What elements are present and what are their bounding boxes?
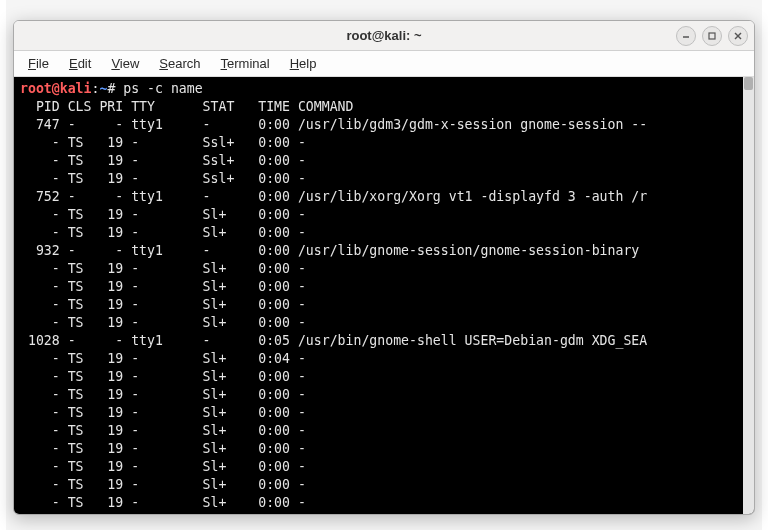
ps-row: - TS 19 - Sl+ 0:00 - (20, 279, 306, 294)
ps-row: - TS 19 - Sl+ 0:00 - (20, 225, 306, 240)
maximize-icon (707, 31, 717, 41)
ps-row: - TS 19 - Ssl+ 0:00 - (20, 171, 306, 186)
menu-view[interactable]: View (103, 53, 147, 74)
close-icon (733, 31, 743, 41)
window-title: root@kali: ~ (346, 28, 421, 43)
ps-row: - TS 19 - Sl+ 0:00 - (20, 459, 306, 474)
ps-row: - TS 19 - Sl+ 0:00 - (20, 207, 306, 222)
ps-row: - TS 19 - Sl+ 0:00 - (20, 441, 306, 456)
ps-row: - TS 19 - Ssl+ 0:00 - (20, 153, 306, 168)
ps-row: - TS 19 - Sl+ 0:00 - (20, 495, 306, 510)
ps-row: - TS 19 - Sl+ 0:00 - (20, 297, 306, 312)
menu-terminal[interactable]: Terminal (213, 53, 278, 74)
ps-row: - TS 19 - Sl+ 0:00 - (20, 387, 306, 402)
ps-row: 1028 - - tty1 - 0:05 /usr/bin/gnome-shel… (20, 333, 647, 348)
ps-row: 747 - - tty1 - 0:00 /usr/lib/gdm3/gdm-x-… (20, 117, 647, 132)
maximize-button[interactable] (702, 26, 722, 46)
ps-row: 932 - - tty1 - 0:00 /usr/lib/gnome-sessi… (20, 243, 647, 258)
ps-header: PID CLS PRI TTY STAT TIME COMMAND (20, 99, 353, 114)
command-text: ps -c name (123, 81, 202, 96)
prompt-user-host: root@kali (20, 81, 91, 96)
window-controls (676, 26, 748, 46)
ps-row: - TS 19 - Ssl+ 0:00 - (20, 135, 306, 150)
menu-file[interactable]: File (20, 53, 57, 74)
minimize-icon (681, 31, 691, 41)
terminal-window: root@kali: ~ File Edit View Search Termi… (13, 20, 755, 515)
titlebar[interactable]: root@kali: ~ (14, 21, 754, 51)
menu-help[interactable]: Help (282, 53, 325, 74)
ps-row: - TS 19 - Sl+ 0:04 - (20, 351, 306, 366)
menu-edit[interactable]: Edit (61, 53, 99, 74)
prompt-char: # (107, 81, 123, 96)
terminal-viewport[interactable]: root@kali:~# ps -c name PID CLS PRI TTY … (14, 77, 754, 514)
ps-row: - TS 19 - Sl+ 0:00 - (20, 315, 306, 330)
vertical-scrollbar[interactable] (743, 77, 754, 514)
minimize-button[interactable] (676, 26, 696, 46)
ps-row: - TS 19 - Sl+ 0:00 - (20, 261, 306, 276)
ps-row: - TS 19 - Sl+ 0:00 - (20, 369, 306, 384)
menubar: File Edit View Search Terminal Help (14, 51, 754, 77)
scrollbar-thumb[interactable] (744, 77, 753, 90)
menu-search[interactable]: Search (151, 53, 208, 74)
ps-row: 752 - - tty1 - 0:00 /usr/lib/xorg/Xorg v… (20, 189, 647, 204)
ps-row: - TS 19 - Sl+ 0:00 - (20, 423, 306, 438)
close-button[interactable] (728, 26, 748, 46)
svg-rect-1 (709, 33, 715, 39)
terminal-content: root@kali:~# ps -c name PID CLS PRI TTY … (14, 77, 754, 514)
ps-row: - TS 19 - Sl+ 0:00 - (20, 405, 306, 420)
ps-row: - TS 19 - Sl+ 0:00 - (20, 477, 306, 492)
